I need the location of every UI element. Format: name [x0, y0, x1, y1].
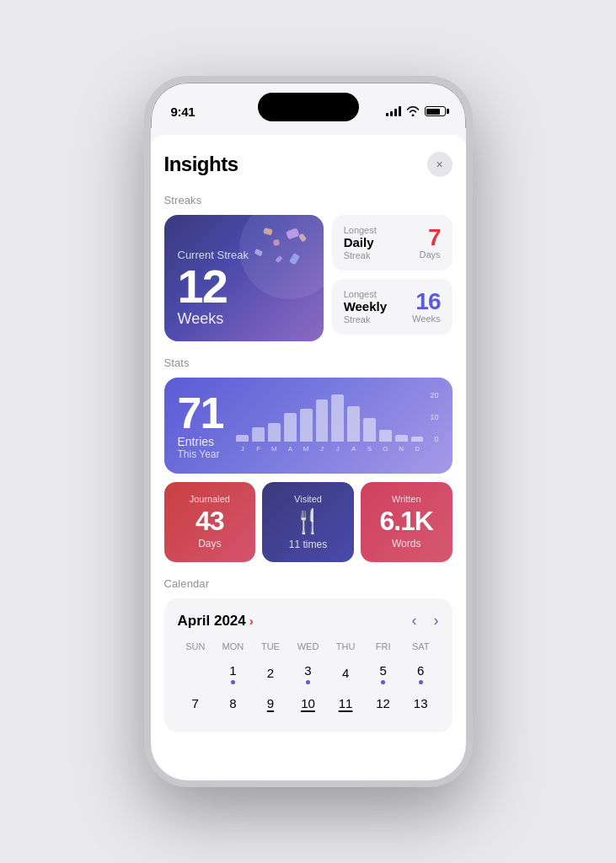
chart-min-label: 0 — [434, 435, 438, 443]
chart-month-labels: JFMAMJJASOND — [236, 445, 438, 453]
svg-rect-2 — [289, 253, 300, 265]
weekday-label: FRI — [365, 641, 401, 651]
chart-bar — [268, 423, 281, 442]
screen[interactable]: Insights × Streaks — [151, 128, 466, 780]
chart-month-label: A — [284, 445, 297, 453]
list-item[interactable]: 6 — [403, 658, 439, 689]
weekday-label: THU — [328, 641, 364, 651]
chart-month-label: O — [379, 445, 392, 453]
svg-rect-5 — [298, 233, 307, 243]
longest-daily-type: Daily — [344, 235, 377, 250]
cal-day-number: 2 — [267, 665, 274, 682]
visited-card: Visited 🍴 11 times — [262, 482, 354, 562]
calendar-weekdays: SUNMONTUEWEDTHUFRISAT — [178, 641, 439, 651]
cal-day-number: 11 — [339, 695, 353, 712]
cal-day-number: 4 — [342, 665, 349, 682]
chart-bar — [395, 435, 408, 442]
entries-value: 71 — [178, 391, 223, 435]
written-value: 6.1K — [371, 507, 442, 534]
list-item[interactable]: 9 — [253, 689, 289, 719]
chart-area: 20 10 0 JFMAMJJASOND — [236, 391, 438, 458]
current-streak-unit: Weeks — [178, 310, 310, 328]
list-item[interactable]: 2 — [253, 658, 289, 689]
weekday-label: MON — [215, 641, 251, 651]
streaks-section-label: Streaks — [164, 194, 453, 206]
list-item[interactable]: 10 — [290, 689, 326, 719]
status-icons — [386, 106, 446, 116]
signal-icon — [386, 106, 401, 116]
chart-month-label: J — [316, 445, 329, 453]
list-item[interactable]: 3 — [290, 658, 326, 689]
written-unit: Words — [371, 538, 442, 549]
chart-month-label: M — [268, 445, 281, 453]
calendar-nav: ‹ › — [412, 612, 439, 630]
weekday-label: WED — [290, 641, 326, 651]
streak-cards-right: Longest Daily Streak 7 Days Longest — [332, 215, 453, 341]
entries-left: 71 Entries This Year — [178, 391, 223, 460]
list-item[interactable]: 1 — [215, 658, 251, 689]
written-card: Written 6.1K Words — [361, 482, 453, 562]
calendar-month-label: April 2024 — [178, 613, 246, 630]
chart-bar — [236, 435, 249, 442]
fork-knife-icon: 🍴 — [272, 507, 344, 535]
chart-month-label: A — [347, 445, 360, 453]
list-item[interactable]: 4 — [328, 658, 364, 689]
calendar-next-button[interactable]: › — [434, 612, 439, 630]
journaled-value: 43 — [174, 507, 246, 534]
longest-weekly-card: Longest Weekly Streak 16 Weeks — [332, 279, 453, 335]
visited-label: Visited — [272, 494, 344, 504]
modal-header: Insights × — [164, 152, 453, 177]
cal-day-dot — [306, 680, 310, 684]
empty-day — [178, 658, 214, 689]
svg-rect-3 — [273, 239, 280, 246]
weekday-label: SAT — [403, 641, 439, 651]
written-label: Written — [371, 494, 442, 504]
cal-day-number: 5 — [379, 662, 386, 679]
chart-bar — [284, 413, 297, 442]
entries-sublabel: This Year — [178, 448, 223, 460]
chart-month-label: M — [300, 445, 313, 453]
journaled-label: Journaled — [174, 494, 246, 504]
weekday-label: SUN — [178, 641, 214, 651]
list-item[interactable]: 5 — [365, 658, 401, 689]
chart-bars — [236, 391, 438, 442]
close-button[interactable]: × — [427, 152, 453, 177]
list-item[interactable]: 13 — [403, 689, 439, 719]
list-item[interactable]: 12 — [365, 689, 401, 719]
cal-day-dot — [231, 680, 235, 684]
cal-day-number: 1 — [229, 662, 236, 679]
chart-month-label: D — [411, 445, 424, 453]
stats-section-label: Stats — [164, 356, 453, 369]
stats-section: 71 Entries This Year 20 10 0 JFMAMJ — [164, 378, 453, 562]
stats-bottom: Journaled 43 Days Visited 🍴 11 times Wri… — [164, 482, 453, 562]
confetti-decoration — [239, 223, 315, 299]
list-item[interactable]: 7 — [178, 689, 214, 719]
battery-icon — [425, 106, 446, 116]
longest-weekly-bottom-label: Streak — [344, 314, 387, 324]
chart-bar — [379, 430, 392, 442]
chart-month-label: F — [252, 445, 265, 453]
calendar-days: 123456 — [178, 658, 439, 689]
chart-bar — [411, 437, 424, 442]
entries-card: 71 Entries This Year 20 10 0 JFMAMJ — [164, 378, 453, 474]
longest-daily-top-label: Longest — [344, 225, 377, 235]
longest-weekly-top-label: Longest — [344, 289, 387, 299]
chart-month-label: S — [363, 445, 376, 453]
calendar-prev-button[interactable]: ‹ — [412, 612, 417, 630]
chart-bar — [363, 418, 376, 442]
list-item[interactable]: 11 — [328, 689, 364, 719]
cal-day-number: 6 — [417, 662, 424, 679]
cal-day-number: 3 — [304, 662, 311, 679]
chart-month-label: N — [395, 445, 408, 453]
cal-day-number: 12 — [376, 695, 390, 712]
svg-rect-1 — [263, 228, 272, 235]
chart-bar — [347, 406, 360, 442]
list-item[interactable]: 8 — [215, 689, 251, 719]
cal-day-number: 9 — [267, 695, 274, 712]
calendar-section-label: Calendar — [164, 577, 453, 590]
calendar-expand-chevron[interactable]: › — [249, 614, 254, 628]
longest-daily-card: Longest Daily Streak 7 Days — [332, 215, 453, 271]
longest-weekly-unit: Weeks — [412, 314, 440, 324]
cal-day-number: 10 — [301, 695, 315, 712]
longest-daily-bottom-label: Streak — [344, 250, 377, 260]
